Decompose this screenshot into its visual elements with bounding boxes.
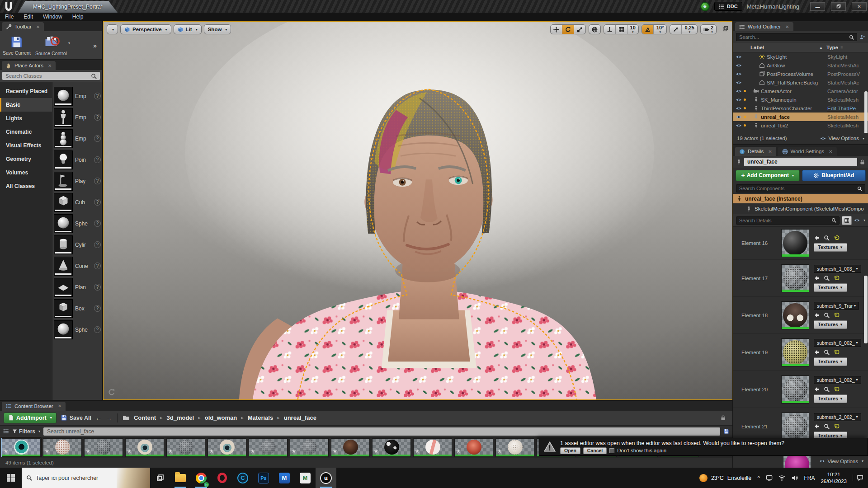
outliner-row[interactable]: SkyLight SkyLight <box>733 52 868 61</box>
search-components-input[interactable]: Search Components <box>736 184 865 192</box>
menu-item[interactable]: File <box>0 14 19 20</box>
minimize-button[interactable]: ▬ <box>810 2 825 11</box>
blueprint-add-button[interactable]: Blueprint/Ad <box>802 170 866 181</box>
help-icon[interactable]: ? <box>94 284 101 291</box>
visibility-eye-icon[interactable] <box>736 122 742 129</box>
language-indicator[interactable]: FRA <box>804 475 815 481</box>
outliner-row[interactable]: SM_HalfSphereBackg StaticMeshAc <box>733 78 868 87</box>
show-button[interactable]: Show▾ <box>204 24 231 34</box>
actor-name-field[interactable]: unreal_face <box>744 158 857 166</box>
place-actors-category[interactable]: Recently Placed <box>0 84 52 98</box>
maximize-viewport-icon[interactable] <box>722 26 728 32</box>
wifi-icon[interactable] <box>778 474 785 481</box>
help-icon[interactable]: ? <box>94 305 101 312</box>
textures-dropdown-button[interactable]: Textures▼ <box>814 283 847 292</box>
move-tool-button[interactable] <box>551 25 562 34</box>
search-classes-input[interactable]: Search Classes <box>2 72 100 80</box>
place-actor-item[interactable]: Emp ? <box>52 107 102 128</box>
material-thumbnail[interactable] <box>781 338 809 366</box>
visibility-eye-icon[interactable] <box>736 88 742 94</box>
reset-to-default-icon[interactable] <box>834 386 840 392</box>
app-icon-unreal-engine[interactable]: u <box>316 468 336 488</box>
toolbar-expand-button[interactable]: » <box>93 42 99 49</box>
outliner-view-options-button[interactable]: View Options▾ <box>820 136 864 141</box>
taskbar-search-input[interactable]: Taper ici pour rechercher <box>22 468 150 488</box>
place-actors-category[interactable]: All Classes <box>0 179 52 193</box>
display-tray-icon[interactable] <box>766 474 773 481</box>
hidden-icons-chevron[interactable]: ^ <box>757 474 760 481</box>
asset-search-input[interactable]: Search unreal_face <box>43 427 720 436</box>
asset-tile[interactable] <box>372 438 411 457</box>
browse-to-asset-icon[interactable] <box>824 312 830 318</box>
add-component-button[interactable]: +Add Component▾ <box>736 170 800 181</box>
outliner-scrollbar[interactable] <box>864 91 868 133</box>
asset-tile[interactable] <box>290 438 329 457</box>
visibility-eye-icon[interactable] <box>736 114 742 120</box>
textures-dropdown-button[interactable]: Textures▼ <box>814 394 847 403</box>
asset-tile[interactable] <box>2 438 41 457</box>
component-instance-row[interactable]: unreal_face (Instance) <box>733 194 868 203</box>
material-thumbnail[interactable] <box>781 229 809 257</box>
tab-place-actors[interactable]: Place Actors ✕ <box>2 61 56 70</box>
save-all-button[interactable]: Save All <box>61 414 91 421</box>
breadcrumb-item[interactable]: unreal_face <box>284 414 316 421</box>
visibility-eye-icon[interactable] <box>736 97 742 103</box>
cancel-button[interactable]: Cancel <box>583 447 607 454</box>
sources-panel-icon[interactable] <box>3 428 9 434</box>
outliner-row[interactable]: unreal_fbx2 SkeletalMesh <box>733 121 868 130</box>
help-icon[interactable]: ? <box>94 263 101 269</box>
tab-world-settings[interactable]: World Settings ✕ <box>778 147 837 156</box>
use-selected-asset-icon[interactable] <box>814 312 820 318</box>
help-icon[interactable]: ? <box>94 156 101 163</box>
view-options-button[interactable]: View Options▾ <box>819 458 863 464</box>
place-actor-item[interactable]: Sphe ? <box>52 213 102 234</box>
type-filter-icon[interactable]: ≡ <box>840 45 843 50</box>
reset-to-default-icon[interactable] <box>834 349 840 355</box>
chevron-down-icon[interactable]: ▾ <box>68 41 70 45</box>
reset-to-default-icon[interactable] <box>834 312 840 318</box>
browse-to-asset-icon[interactable] <box>824 423 830 429</box>
chevron-down-icon[interactable]: ▾ <box>863 218 865 222</box>
scale-tool-button[interactable] <box>574 25 585 34</box>
visibility-eye-icon[interactable] <box>736 62 742 69</box>
surface-snap-button[interactable] <box>604 25 615 34</box>
help-icon[interactable]: ? <box>94 93 101 99</box>
perspective-button[interactable]: Perspective▾ <box>120 24 171 34</box>
asset-tile[interactable] <box>413 438 452 457</box>
angle-snap-button[interactable] <box>642 25 653 34</box>
speaker-icon[interactable] <box>791 474 798 481</box>
clock[interactable]: 10:21 26/04/2023 <box>821 471 847 485</box>
place-actor-item[interactable]: Cone ? <box>52 255 102 277</box>
save-search-icon[interactable] <box>723 428 729 434</box>
place-actors-category[interactable]: Volumes <box>0 166 52 179</box>
elements-scrollbar[interactable] <box>864 276 868 343</box>
asset-tile[interactable] <box>249 438 288 457</box>
use-selected-asset-icon[interactable] <box>814 275 820 281</box>
breadcrumb-item[interactable]: Materials <box>248 414 273 421</box>
level-tab[interactable]: MHC_LightingPreset_Portra* <box>18 1 118 13</box>
close-icon[interactable]: ✕ <box>36 24 40 29</box>
reset-to-default-icon[interactable] <box>834 275 840 281</box>
restore-button[interactable] <box>831 2 846 11</box>
visibility-eye-icon[interactable] <box>736 71 742 77</box>
save-current-button[interactable]: Save Current <box>3 35 31 56</box>
help-icon[interactable]: ? <box>94 114 101 121</box>
visibility-eye-icon[interactable] <box>736 54 742 60</box>
dont-show-again-checkbox[interactable] <box>609 448 614 453</box>
scale-snap-button[interactable] <box>670 25 681 34</box>
browse-to-asset-icon[interactable] <box>824 275 830 281</box>
help-icon[interactable]: ? <box>94 241 101 248</box>
open-button[interactable]: Open <box>560 447 580 454</box>
back-button[interactable]: ← <box>95 414 102 422</box>
app-icon-chrome[interactable]: h <box>191 468 212 488</box>
browse-to-asset-icon[interactable] <box>824 349 830 355</box>
app-icon-file-explorer[interactable] <box>170 468 191 488</box>
menu-item[interactable]: Window <box>38 14 67 20</box>
outliner-row[interactable]: PostProcessVolume PostProcessV <box>733 70 868 78</box>
close-icon[interactable]: ✕ <box>768 149 772 154</box>
close-button[interactable]: ✕ <box>852 2 867 11</box>
place-actors-category[interactable]: Geometry <box>0 152 52 166</box>
world-local-toggle-button[interactable] <box>589 25 600 34</box>
help-icon[interactable]: ? <box>94 135 101 142</box>
material-asset-dropdown[interactable]: submesh_9_Trar▾ <box>814 302 859 310</box>
